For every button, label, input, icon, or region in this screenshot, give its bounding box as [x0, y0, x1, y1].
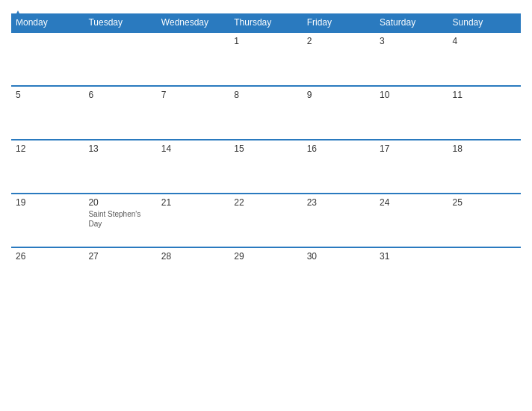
week-row-4: 1920Saint Stephen's Day2122232425 [11, 194, 521, 247]
day-number: 3 [380, 36, 443, 46]
week-row-1: 1234 [11, 32, 521, 86]
day-number: 4 [453, 36, 516, 46]
day-number: 5 [16, 90, 79, 100]
day-number: 7 [161, 90, 225, 100]
calendar-cell: 29 [229, 247, 302, 301]
calendar-cell: 11 [448, 86, 521, 140]
calendar-cell [11, 32, 84, 86]
day-number: 6 [88, 90, 152, 100]
holiday-label: Saint Stephen's Day [88, 209, 152, 229]
calendar-cell: 1 [229, 32, 302, 86]
calendar-cell: 30 [303, 247, 375, 301]
calendar-table: MondayTuesdayWednesdayThursdayFridaySatu… [11, 13, 521, 301]
calendar-cell: 10 [375, 86, 448, 140]
week-row-5: 262728293031 [11, 247, 521, 301]
calendar-cell: 31 [375, 247, 448, 301]
calendar-cell: 14 [157, 140, 229, 194]
day-number: 21 [161, 197, 225, 208]
day-number: 30 [307, 251, 371, 262]
logo-icon [13, 10, 23, 20]
day-number: 12 [16, 143, 79, 154]
weekday-header-row: MondayTuesdayWednesdayThursdayFridaySatu… [11, 13, 521, 32]
week-row-2: 567891011 [11, 86, 521, 140]
day-number: 2 [307, 36, 371, 46]
day-number: 27 [88, 251, 152, 262]
weekday-header-saturday: Saturday [375, 13, 448, 32]
calendar-cell: 5 [11, 86, 84, 140]
calendar-cell [157, 32, 229, 86]
calendar-cell: 8 [229, 86, 302, 140]
calendar-cell: 25 [448, 194, 521, 247]
day-number: 11 [453, 90, 516, 100]
day-number: 25 [453, 197, 516, 208]
day-number: 22 [234, 197, 297, 208]
day-number: 10 [380, 90, 443, 100]
day-number: 8 [234, 90, 297, 100]
svg-marker-0 [13, 10, 22, 19]
calendar-cell: 16 [303, 140, 375, 194]
calendar-cell: 6 [84, 86, 156, 140]
calendar-cell: 13 [84, 140, 156, 194]
calendar-cell: 12 [11, 140, 84, 194]
calendar-cell: 7 [157, 86, 229, 140]
weekday-header-tuesday: Tuesday [84, 13, 156, 32]
day-number: 26 [16, 251, 79, 262]
day-number: 9 [307, 90, 371, 100]
day-number: 29 [234, 251, 297, 262]
calendar-cell: 2 [303, 32, 375, 86]
weekday-header-friday: Friday [303, 13, 375, 32]
day-number: 14 [161, 143, 225, 154]
calendar-cell: 21 [157, 194, 229, 247]
weekday-header-wednesday: Wednesday [157, 13, 229, 32]
calendar-cell: 20Saint Stephen's Day [84, 194, 156, 247]
calendar-cell [84, 32, 156, 86]
calendar-cell: 26 [11, 247, 84, 301]
day-number: 18 [453, 143, 516, 154]
day-number: 17 [380, 143, 443, 154]
day-number: 16 [307, 143, 371, 154]
calendar-cell: 18 [448, 140, 521, 194]
logo [11, 7, 23, 21]
day-number: 13 [88, 143, 152, 154]
calendar-cell [448, 247, 521, 301]
weekday-header-sunday: Sunday [448, 13, 521, 32]
calendar-cell: 28 [157, 247, 229, 301]
day-number: 19 [16, 197, 79, 208]
day-number: 20 [88, 197, 152, 208]
day-number: 1 [234, 36, 297, 46]
calendar-cell: 19 [11, 194, 84, 247]
calendar-cell: 4 [448, 32, 521, 86]
day-number: 31 [380, 251, 443, 262]
calendar-cell: 24 [375, 194, 448, 247]
calendar-cell: 17 [375, 140, 448, 194]
calendar-cell: 9 [303, 86, 375, 140]
day-number: 15 [234, 143, 297, 154]
day-number: 24 [380, 197, 443, 208]
day-number: 23 [307, 197, 371, 208]
calendar-cell: 23 [303, 194, 375, 247]
calendar-container: MondayTuesdayWednesdayThursdayFridaySatu… [0, 0, 532, 411]
calendar-cell: 15 [229, 140, 302, 194]
calendar-cell: 22 [229, 194, 302, 247]
calendar-cell: 3 [375, 32, 448, 86]
weekday-header-thursday: Thursday [229, 13, 302, 32]
day-number: 28 [161, 251, 225, 262]
calendar-cell: 27 [84, 247, 156, 301]
week-row-3: 12131415161718 [11, 140, 521, 194]
